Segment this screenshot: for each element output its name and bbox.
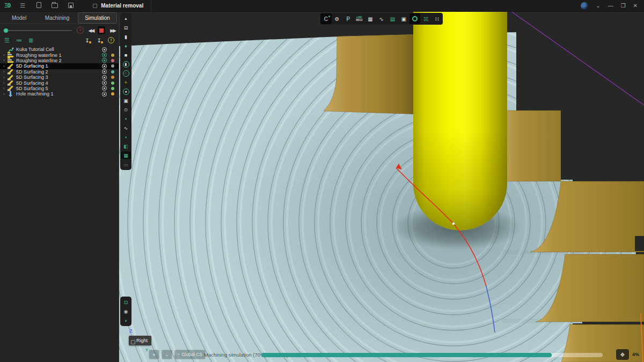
coordinate-system-icon: ⌖ <box>178 352 180 357</box>
simulation-progress-bar[interactable] <box>261 353 603 357</box>
chevron-right-icon[interactable]: › <box>3 58 8 63</box>
tree-row-5d-surfacing-3[interactable]: › 5D Surfacing 3 <box>0 75 119 80</box>
tree-row-5d-surfacing-4[interactable]: › 5D Surfacing 4 <box>0 80 119 85</box>
measure-icon[interactable]: + <box>120 78 131 87</box>
apps-grid-icon[interactable]: ∷ <box>431 13 443 24</box>
chevron-right-icon[interactable]: › <box>3 53 8 57</box>
rewind-button[interactable]: ◀◀ <box>89 27 94 34</box>
tree-row-label: Roughing waterline 2 <box>16 58 62 63</box>
tree-row-roughing-waterline-1[interactable]: › Roughing waterline 1 <box>0 52 119 57</box>
document-tab[interactable]: Material removal <box>85 0 151 12</box>
tree-row-5d-surfacing-2[interactable]: › 5D Surfacing 2 <box>0 69 119 75</box>
abort-simulation-button[interactable]: × <box>77 27 83 34</box>
status-dot <box>111 70 114 73</box>
settings-sliders-icon[interactable]: ☵ <box>420 13 431 24</box>
fit-view-icon[interactable]: ⊡ <box>120 298 131 307</box>
spindle-icon[interactable]: ▮ <box>120 32 131 41</box>
probe-icon[interactable]: P <box>342 13 354 24</box>
feed-override-icon[interactable]: +100M012 <box>354 13 365 24</box>
list-tree-icon[interactable]: ≔ <box>16 37 22 44</box>
status-dot <box>111 59 114 62</box>
list-grouped-icon[interactable]: ≣ <box>28 37 33 44</box>
stop-button[interactable] <box>98 26 105 34</box>
tree-row-5d-surfacing-1[interactable]: › 5D Surfacing 1 <box>0 63 119 69</box>
visibility-target-icon[interactable] <box>102 47 107 52</box>
visibility-target-icon[interactable] <box>102 92 107 97</box>
user-menu-chevron-icon[interactable]: ⌄ <box>596 3 600 9</box>
chevron-right-icon[interactable]: › <box>3 75 8 80</box>
status-dot <box>111 76 114 79</box>
curve-display-icon[interactable]: ∿ <box>120 123 131 132</box>
visibility-target-icon[interactable] <box>102 75 107 80</box>
tab-simulation[interactable]: Simulation <box>78 12 117 24</box>
operator-view-icon[interactable]: ▣ <box>398 13 409 24</box>
stock-icon[interactable]: ■ <box>120 50 131 60</box>
tool-contact-point <box>452 223 455 225</box>
visibility-target-icon[interactable] <box>102 80 107 85</box>
fast-forward-button[interactable]: ▶▶ <box>110 27 115 34</box>
tool-holder-icon[interactable]: ⊟ <box>120 23 131 32</box>
tree-row-kuka-cell[interactable]: Kuka Tutorial Cell <box>0 47 119 52</box>
timeline-knob[interactable] <box>4 28 8 33</box>
app-logo: ΞO <box>4 2 10 9</box>
record-icon[interactable] <box>409 13 421 24</box>
gear-icon[interactable]: ⚙ <box>120 105 131 114</box>
open-folder-icon[interactable] <box>51 3 58 9</box>
tree-row-5d-surfacing-5[interactable]: › 5D Surfacing 5 <box>0 86 119 91</box>
new-file-icon[interactable] <box>35 2 42 9</box>
visibility-target-icon[interactable] <box>102 69 107 74</box>
simulation-top-toolbar: C ⚙ P +100M012 ▦ ∿ ▤ ▣ ☵ ∷ <box>320 13 443 25</box>
collision-control-icon[interactable]: C <box>320 13 332 24</box>
tab-machining[interactable]: Machining <box>38 13 76 23</box>
camera-icon[interactable]: ● <box>120 87 131 96</box>
chevron-right-icon[interactable]: › <box>3 69 8 74</box>
scroll-up-icon[interactable]: ▲ <box>120 14 131 23</box>
point-display-icon[interactable]: • <box>120 114 131 123</box>
warnings-icon[interactable]: ! <box>108 37 114 43</box>
minimize-button[interactable]: — <box>608 3 613 9</box>
visibility-target-icon[interactable] <box>102 64 107 69</box>
tree-row-roughing-waterline-2[interactable]: › Roughing waterline 2 <box>0 58 119 63</box>
solid-view-icon[interactable]: ◖ <box>120 132 131 142</box>
control-panel-icon[interactable]: ▦ <box>365 13 376 24</box>
tab-model[interactable]: Model <box>0 13 38 23</box>
save-icon[interactable] <box>67 3 75 9</box>
timeline-slider[interactable] <box>3 30 72 31</box>
coolant-icon[interactable]: ∴ <box>120 69 131 78</box>
3d-viewport[interactable]: ▲ ⊟ ▮ ♦ ■ ▮ ∴ + ● ▣ ⚙ • ∿ ◖ ◧ ▦ ▭ ⊡ ◉ ◗ … <box>119 12 644 362</box>
chevron-right-icon[interactable]: › <box>3 64 8 69</box>
list-flat-icon[interactable]: ☰ <box>4 37 10 44</box>
3d-viewport-scene[interactable] <box>119 12 644 362</box>
tool-stack-icon[interactable]: ▤ <box>387 13 398 24</box>
main-menu-icon[interactable]: ☰ <box>19 2 26 9</box>
show-tool-icon[interactable]: ▮ <box>120 60 131 69</box>
visibility-target-icon[interactable] <box>102 86 107 91</box>
tool-assembly-icon[interactable]: ♦ <box>120 41 131 50</box>
global-cs-button[interactable]: ⌖ Global CS <box>174 350 206 359</box>
chevron-right-icon[interactable]: › <box>3 80 8 85</box>
surfacing-operation-icon <box>8 86 14 91</box>
orbit-view-icon[interactable]: ◉ <box>120 307 131 316</box>
comment-icon[interactable]: ▭ <box>120 160 131 169</box>
maximize-button[interactable]: ❐ <box>621 3 626 9</box>
section-play-icon[interactable]: ◗ <box>120 316 131 325</box>
user-avatar[interactable] <box>581 2 588 10</box>
tree-toolbar: ☰ ≔ ≣ ↧ ↧ ! <box>0 35 119 45</box>
waveform-icon[interactable]: ∿ <box>376 13 387 24</box>
close-button[interactable]: ✕ <box>633 3 638 9</box>
tree-row-hole-machining-1[interactable]: › Hole machining 1 <box>0 91 119 97</box>
pan-tool-button[interactable]: ✥ <box>616 349 629 360</box>
chevron-right-icon[interactable]: › <box>3 92 8 97</box>
add-cs-button[interactable]: + <box>149 350 159 359</box>
rotate-cube-icon[interactable]: ▣ <box>120 96 131 105</box>
status-dot <box>111 64 114 68</box>
visibility-target-icon[interactable] <box>102 58 107 63</box>
goto-toolpath-icon[interactable]: ↧ <box>97 38 101 43</box>
visibility-target-icon[interactable] <box>102 53 107 57</box>
machine-head-icon[interactable]: ⚙ <box>332 13 343 24</box>
cs-expand-button[interactable]: ⌄ <box>162 350 172 359</box>
grid-view-icon[interactable]: ▦ <box>120 151 131 160</box>
goto-operation-icon[interactable]: ↧ <box>85 38 89 43</box>
chevron-right-icon[interactable]: › <box>3 86 8 91</box>
section-view-icon[interactable]: ◧ <box>120 142 131 151</box>
